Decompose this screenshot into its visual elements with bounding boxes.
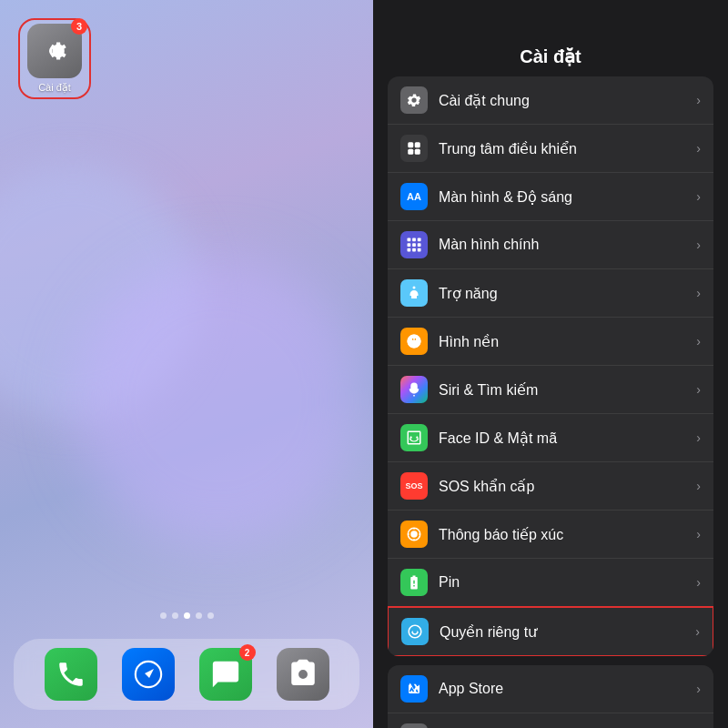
svg-rect-10	[418, 243, 421, 247]
siri-icon	[400, 376, 428, 403]
dot-5	[207, 612, 214, 619]
svg-rect-5	[408, 238, 411, 242]
settings-title: Cài đặt	[373, 0, 728, 76]
row-hinh-nen[interactable]: Hình nền ›	[388, 318, 713, 366]
settings-section-2: App Store › Ví ›	[388, 665, 713, 728]
svg-point-16	[410, 531, 418, 538]
settings-section-1: Cài đặt chung › Trung tâm điều khiển › A…	[388, 76, 713, 656]
app-store-label: App Store	[439, 681, 689, 697]
page-dots	[0, 612, 373, 619]
quyen-rieng-tu-label: Quyền riêng tư	[440, 623, 688, 641]
svg-rect-12	[412, 248, 416, 252]
chevron-icon: ›	[695, 624, 700, 639]
svg-rect-4	[415, 149, 420, 155]
dot-3	[184, 612, 190, 619]
man-hinh-chinh-label: Màn hình chính	[439, 237, 689, 253]
row-man-hinh-do-sang[interactable]: AA Màn hình & Độ sáng ›	[388, 173, 713, 221]
safari-app[interactable]	[122, 648, 175, 701]
app-grid: 3 Cài đặt	[18, 18, 91, 99]
trung-tam-icon	[400, 135, 428, 162]
chevron-icon: ›	[696, 189, 701, 204]
man-hinh-icon: AA	[400, 183, 428, 210]
chevron-icon: ›	[696, 575, 701, 590]
settings-app-highlighted[interactable]: 3 Cài đặt	[18, 18, 91, 99]
svg-rect-2	[415, 142, 420, 147]
man-hinh-label: Màn hình & Độ sáng	[439, 188, 689, 206]
dot-1	[160, 612, 167, 619]
thong-bao-icon	[400, 521, 428, 548]
camera-app[interactable]	[277, 648, 329, 701]
svg-point-14	[413, 287, 416, 289]
settings-app-label: Cài đặt	[38, 82, 71, 94]
hinh-nen-label: Hình nền	[439, 333, 689, 350]
svg-rect-3	[408, 149, 413, 155]
chevron-icon: ›	[696, 141, 701, 156]
svg-rect-6	[412, 238, 416, 242]
cai-dat-chung-icon	[400, 86, 428, 114]
svg-rect-1	[408, 142, 413, 147]
pin-icon	[400, 569, 428, 596]
chevron-icon: ›	[696, 334, 701, 349]
face-id-icon	[400, 424, 428, 451]
svg-rect-8	[408, 243, 411, 247]
home-screen: 3 Cài đặt 2	[0, 0, 373, 728]
row-app-store[interactable]: App Store ›	[388, 665, 713, 713]
messages-app[interactable]: 2	[199, 648, 252, 701]
settings-panel: Cài đặt Cài đặt chung › Trung tâm điều k…	[373, 0, 728, 728]
chevron-icon: ›	[696, 382, 701, 397]
chevron-icon: ›	[696, 93, 701, 107]
svg-rect-13	[418, 248, 421, 252]
row-siri[interactable]: Siri & Tìm kiếm ›	[388, 366, 713, 414]
chevron-icon: ›	[696, 286, 701, 300]
row-pin[interactable]: Pin ›	[388, 559, 713, 607]
man-hinh-chinh-icon	[400, 231, 428, 258]
row-vi[interactable]: Ví ›	[388, 713, 713, 728]
hinh-nen-icon	[400, 328, 428, 355]
tro-nang-icon	[400, 279, 428, 307]
quyen-rieng-tu-icon	[401, 618, 429, 645]
row-man-hinh-chinh[interactable]: Màn hình chính ›	[388, 221, 713, 269]
app-store-icon	[400, 675, 428, 703]
row-tro-nang[interactable]: Trợ năng ›	[388, 269, 713, 318]
row-face-id[interactable]: Face ID & Mật mã ›	[388, 414, 713, 462]
phone-app[interactable]	[45, 648, 97, 701]
chevron-icon: ›	[696, 479, 701, 493]
chevron-icon: ›	[696, 682, 701, 696]
chevron-icon: ›	[696, 527, 701, 541]
tro-nang-label: Trợ năng	[439, 285, 689, 302]
row-trung-tam-dieu-khien[interactable]: Trung tâm điều khiển ›	[388, 125, 713, 173]
dock: 2	[14, 639, 359, 710]
pin-label: Pin	[439, 574, 689, 591]
siri-label: Siri & Tìm kiếm	[439, 381, 689, 399]
row-thong-bao[interactable]: Thông báo tiếp xúc ›	[388, 511, 713, 559]
vi-icon	[400, 723, 428, 728]
row-quyen-rieng-tu[interactable]: Quyền riêng tư ›	[388, 606, 713, 656]
settings-list: Cài đặt chung › Trung tâm điều khiển › A…	[373, 76, 728, 728]
sos-label: SOS khẩn cấp	[439, 478, 689, 495]
svg-rect-11	[408, 248, 411, 252]
svg-rect-7	[418, 238, 421, 242]
dot-4	[196, 612, 202, 619]
blob-decoration-2	[73, 255, 364, 546]
chevron-icon: ›	[696, 430, 701, 445]
svg-rect-9	[412, 243, 416, 247]
cai-dat-chung-label: Cài đặt chung	[439, 92, 689, 109]
sos-icon: SOS	[400, 472, 428, 500]
chevron-icon: ›	[696, 238, 701, 252]
messages-badge: 2	[239, 644, 256, 661]
face-id-label: Face ID & Mật mã	[439, 430, 689, 447]
row-sos[interactable]: SOS SOS khẩn cấp ›	[388, 462, 713, 511]
trung-tam-label: Trung tâm điều khiển	[439, 140, 689, 157]
thong-bao-label: Thông báo tiếp xúc	[439, 526, 689, 543]
row-cai-dat-chung[interactable]: Cài đặt chung ›	[388, 76, 713, 125]
settings-badge: 3	[71, 18, 87, 35]
dot-2	[172, 612, 178, 619]
